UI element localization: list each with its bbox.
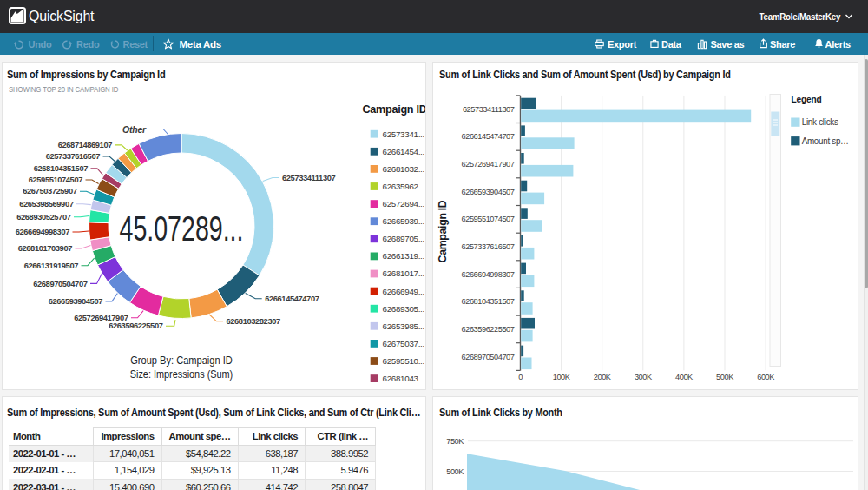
svg-text:6268930525707: 6268930525707 <box>16 212 70 221</box>
svg-text:62681032...: 62681032... <box>382 163 424 173</box>
svg-text:6266145474707: 6266145474707 <box>265 294 319 302</box>
svg-text:62661454...: 62661454... <box>382 146 424 156</box>
svg-text:62572694...: 62572694... <box>382 199 424 209</box>
svg-text:6266145474707: 6266145474707 <box>462 132 515 141</box>
svg-text:6266694998307: 6266694998307 <box>462 269 515 278</box>
svg-text:Amount sp…: Amount sp… <box>802 136 849 145</box>
svg-text:62681043...: 62681043... <box>382 374 424 383</box>
svg-text:6268103282307: 6268103282307 <box>226 317 279 326</box>
svg-text:6268101703907: 6268101703907 <box>17 244 71 253</box>
svg-text:6265398569907: 6265398569907 <box>19 199 73 208</box>
svg-text:300K: 300K <box>635 372 653 381</box>
svg-text:6268970504707: 6268970504707 <box>462 352 515 361</box>
svg-text:6259551074507: 6259551074507 <box>28 175 82 184</box>
svg-text:62689305...: 62689305... <box>382 303 424 313</box>
svg-text:45.07289...: 45.07289... <box>119 207 243 248</box>
svg-text:Link clicks: Link clicks <box>802 117 838 127</box>
svg-text:6257337616507: 6257337616507 <box>45 152 99 161</box>
svg-text:Campaign ID: Campaign ID <box>362 102 425 115</box>
svg-text:400K: 400K <box>675 372 694 381</box>
svg-text:6263596225507: 6263596225507 <box>108 321 162 330</box>
svg-text:Campaign ID: Campaign ID <box>437 200 449 262</box>
svg-text:200K: 200K <box>594 372 612 381</box>
svg-text:Group By: Campaign ID: Group By: Campaign ID <box>130 354 233 367</box>
svg-text:6257337616507: 6257337616507 <box>462 242 515 251</box>
svg-text:6267503725907: 6267503725907 <box>23 187 76 195</box>
svg-text:600K: 600K <box>757 372 775 381</box>
svg-text:62653985...: 62653985... <box>382 321 424 330</box>
svg-text:6268970504707: 6268970504707 <box>33 279 87 288</box>
svg-text:6266694998307: 6266694998307 <box>15 228 69 236</box>
svg-text:62681017...: 62681017... <box>382 268 424 278</box>
svg-text:Legend: Legend <box>792 94 822 104</box>
svg-text:Other: Other <box>122 123 146 134</box>
svg-text:100K: 100K <box>553 372 571 381</box>
svg-text:6268104351507: 6268104351507 <box>33 164 87 173</box>
svg-text:Size: Impressions (Sum): Size: Impressions (Sum) <box>129 368 233 381</box>
svg-text:62661319...: 62661319... <box>382 251 424 261</box>
svg-text:6263596225507: 6263596225507 <box>462 324 515 333</box>
svg-text:6259551074507: 6259551074507 <box>462 215 515 223</box>
svg-text:500K: 500K <box>716 372 734 381</box>
svg-text:6268104351507: 6268104351507 <box>462 297 515 306</box>
svg-text:6266593904507: 6266593904507 <box>48 297 102 306</box>
svg-text:6257334111307: 6257334111307 <box>282 173 335 182</box>
svg-text:62675037...: 62675037... <box>382 338 424 348</box>
svg-text:6257269417907: 6257269417907 <box>462 160 515 169</box>
svg-text:62573341...: 62573341... <box>382 129 424 138</box>
svg-text:500K: 500K <box>446 467 464 476</box>
svg-text:6257334111307: 6257334111307 <box>463 104 515 113</box>
svg-text:62666949...: 62666949... <box>382 286 424 295</box>
svg-text:750K: 750K <box>446 437 464 446</box>
svg-text:6268714869107: 6268714869107 <box>57 141 111 149</box>
svg-text:62595510...: 62595510... <box>382 355 424 365</box>
svg-text:62635962...: 62635962... <box>382 181 424 190</box>
svg-text:62689705...: 62689705... <box>382 234 424 243</box>
svg-text:0: 0 <box>518 372 523 381</box>
svg-text:6266131919507: 6266131919507 <box>23 261 77 269</box>
svg-text:6266593904507: 6266593904507 <box>462 187 515 195</box>
svg-text:62665939...: 62665939... <box>382 216 424 226</box>
